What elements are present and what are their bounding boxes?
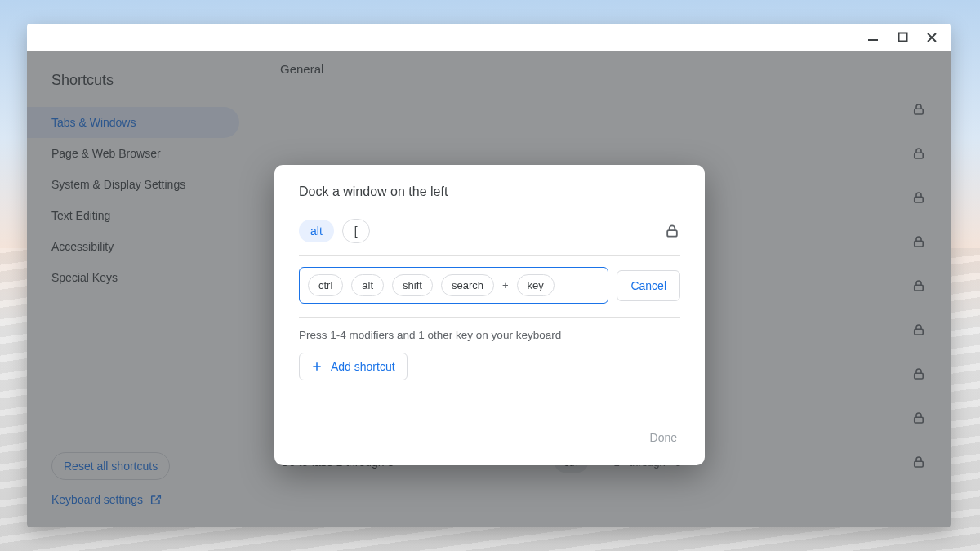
done-button[interactable]: Done	[647, 424, 680, 451]
cancel-button[interactable]: Cancel	[617, 270, 680, 301]
current-modifier-pill[interactable]: alt	[299, 220, 334, 242]
hint-pill: key	[517, 274, 555, 296]
add-shortcut-label: Add shortcut	[331, 360, 395, 373]
maximize-button[interactable]	[897, 32, 908, 43]
window-titlebar	[27, 24, 951, 51]
hint-pill: alt	[351, 274, 384, 296]
hint-pill: shift	[392, 274, 433, 296]
current-shortcut-row: alt [	[299, 219, 680, 243]
dialog-footer: Done	[299, 424, 680, 451]
svg-rect-1	[898, 33, 906, 42]
content-area: Shortcuts Tabs & Windows Page & Web Brow…	[27, 51, 951, 527]
svg-rect-13	[667, 230, 677, 237]
plus-separator: +	[502, 279, 509, 291]
dialog-divider	[299, 255, 680, 256]
lock-icon[interactable]	[664, 223, 680, 239]
current-key-pill[interactable]: [	[342, 219, 370, 243]
add-shortcut-button[interactable]: Add shortcut	[299, 353, 408, 380]
edit-shortcut-dialog: Dock a window on the left alt [ ctrl alt…	[274, 165, 705, 465]
hint-pill: ctrl	[308, 274, 343, 296]
dialog-title: Dock a window on the left	[299, 184, 680, 199]
shortcut-key-input[interactable]: ctrl alt shift search + key	[299, 267, 608, 304]
dialog-divider	[299, 317, 680, 318]
close-button[interactable]	[926, 32, 938, 43]
shortcuts-window: Shortcuts Tabs & Windows Page & Web Brow…	[27, 24, 951, 527]
minimize-button[interactable]	[867, 32, 879, 43]
hint-pill: search	[441, 274, 494, 296]
input-hint-text: Press 1-4 modifiers and 1 other key on y…	[299, 329, 680, 341]
plus-icon	[311, 361, 323, 372]
shortcut-input-row: ctrl alt shift search + key Cancel	[299, 267, 680, 304]
